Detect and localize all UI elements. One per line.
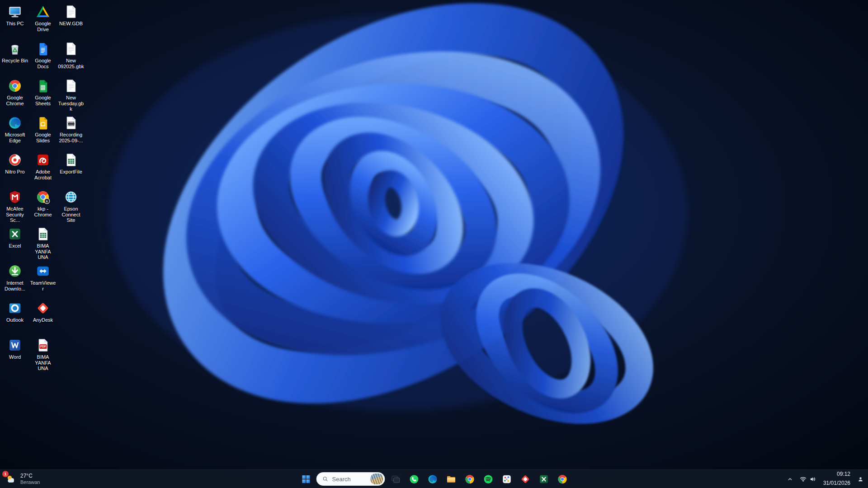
desktop-icon-label: TeamViewer	[29, 280, 57, 291]
desktop-icon-label: Google Sheets	[29, 95, 57, 106]
start-button[interactable]	[298, 471, 314, 487]
desktop-icon-label: AnyDesk	[33, 317, 53, 323]
taskbar-widgets-area: 1 27°C Berawan	[2, 470, 45, 488]
network-volume-button[interactable]	[797, 471, 819, 487]
desktop-icon-label: Internet Downlo...	[1, 280, 28, 291]
taskbar-button-whatsapp[interactable]	[406, 471, 422, 487]
weather-condition: Berawan	[20, 479, 40, 486]
desktop-icon[interactable]: Google Slides	[29, 114, 57, 151]
outlook-icon	[7, 300, 23, 316]
desktop-wallpaper	[0, 0, 868, 488]
search-highlight-image[interactable]	[371, 474, 383, 484]
desktop-icon[interactable]: New Tuesday.gbk	[57, 77, 85, 114]
desktop-icon-label: Word	[9, 354, 21, 360]
desktop-icon[interactable]: Google Sheets	[29, 77, 57, 114]
taskbar-button-paint[interactable]	[499, 471, 515, 487]
desktop-icon-label: Epson Connect Site	[57, 206, 85, 223]
task-view-icon	[390, 474, 401, 485]
desktop-icon[interactable]: TeamViewer	[29, 262, 57, 299]
this-pc-icon	[7, 4, 23, 19]
desktop-icon-label: Excel	[9, 243, 21, 249]
recycle-bin-icon	[7, 41, 23, 56]
desktop-icon[interactable]: NEW.GDB	[57, 3, 85, 40]
taskbar-button-anydesk[interactable]	[517, 471, 533, 487]
search-icon	[322, 475, 329, 483]
desktop-icon[interactable]: Google Docs	[29, 40, 57, 77]
taskbar-button-chrome[interactable]	[462, 471, 478, 487]
recording-file-icon	[63, 115, 79, 131]
notification-people-button[interactable]	[855, 471, 866, 487]
chrome-icon	[464, 474, 475, 485]
taskbar-button-file-explorer[interactable]	[443, 471, 459, 487]
desktop-icon[interactable]: Outlook	[1, 299, 29, 336]
teamviewer-icon	[35, 263, 51, 279]
desktop-icon[interactable]: Microsoft Edge	[1, 114, 29, 151]
tray-time: 09:12	[837, 471, 850, 478]
desktop-icon[interactable]: Epson Connect Site	[57, 188, 85, 225]
pdf-file-icon	[35, 338, 51, 353]
google-docs-icon	[35, 41, 51, 56]
desktop-icon[interactable]: Recycle Bin	[1, 40, 29, 77]
desktop-icon-label: Google Slides	[29, 132, 57, 143]
desktop-icon-label: Outlook	[6, 317, 24, 323]
word-icon	[7, 338, 23, 353]
excel-icon	[7, 226, 23, 242]
whatsapp-icon	[408, 474, 420, 485]
anydesk-icon	[35, 300, 51, 316]
desktop-icon-label: Google Docs	[29, 58, 57, 69]
desktop-icon[interactable]: Google Drive	[29, 3, 57, 40]
taskbar-button-chrome[interactable]	[554, 471, 571, 487]
taskbar-button-task-view[interactable]	[387, 471, 404, 487]
taskbar-pinned-apps	[387, 471, 571, 487]
notification-badge: 1	[2, 471, 9, 477]
desktop-icon[interactable]: Google Chrome	[1, 77, 29, 114]
search-placeholder: Search	[332, 476, 368, 483]
nitro-icon	[7, 152, 23, 168]
desktop-icon[interactable]: BIMA YANFA UNA	[29, 336, 57, 373]
desktop-icon-label: Google Drive	[29, 21, 57, 32]
chevron-up-icon	[786, 475, 794, 483]
weather-temperature: 27°C	[20, 473, 33, 479]
google-drive-icon	[35, 4, 51, 19]
taskbar-center: Search	[298, 470, 571, 488]
desktop-icon[interactable]: AnyDesk	[29, 299, 57, 336]
search-box[interactable]: Search	[316, 472, 385, 486]
desktop-icon[interactable]: McAfee Security Sc...	[1, 188, 29, 225]
desktop-icon[interactable]: kkp - Chrome	[29, 188, 57, 225]
desktop-icon[interactable]: Excel	[1, 225, 29, 262]
paint-icon	[501, 474, 512, 485]
generic-file-icon	[63, 4, 79, 19]
desktop-icon-label: McAfee Security Sc...	[1, 206, 28, 223]
desktop-icon-label: Adobe Acrobat	[29, 169, 57, 180]
weather-icon: 1	[5, 474, 17, 485]
desktop-icon[interactable]: Word	[1, 336, 29, 373]
desktop-icon[interactable]: This PC	[1, 3, 29, 40]
excel-icon	[538, 474, 549, 485]
desktop-icon[interactable]: Nitro Pro	[1, 151, 29, 188]
desktop-icon-label: Recording 2025-09-...	[57, 132, 85, 143]
taskbar-button-edge[interactable]	[425, 471, 441, 487]
taskbar-button-excel[interactable]	[536, 471, 552, 487]
desktop-icon[interactable]: Internet Downlo...	[1, 262, 29, 299]
epson-icon	[63, 189, 79, 205]
mcafee-icon	[7, 189, 23, 205]
desktop-icon[interactable]: BIMA YANFA UNA	[29, 225, 57, 262]
desktop-icon-label: ExportFile	[60, 169, 82, 175]
desktop-icon-grid: This PC Recycle Bin Google Chrome Micros…	[1, 3, 85, 373]
tray-overflow-button[interactable]	[784, 471, 796, 487]
desktop-icon-label: This PC	[6, 21, 24, 27]
person-icon	[857, 476, 864, 483]
desktop-icon[interactable]: New 092025.gbk	[57, 40, 85, 77]
edge-icon	[7, 115, 23, 131]
generic-file-icon	[63, 41, 79, 56]
desktop-icon-label: New Tuesday.gbk	[57, 95, 85, 112]
desktop-icon[interactable]: Adobe Acrobat	[29, 151, 57, 188]
weather-widget[interactable]: 1 27°C Berawan	[2, 471, 45, 487]
clock-button[interactable]: 09:12 31/01/2026	[820, 471, 854, 487]
taskbar: 1 27°C Berawan Search	[0, 469, 868, 488]
edge-icon	[427, 474, 438, 485]
desktop-icon[interactable]: Recording 2025-09-...	[57, 114, 85, 151]
file-explorer-icon	[445, 474, 457, 485]
desktop-icon[interactable]: ExportFile	[57, 151, 85, 188]
taskbar-button-spotify[interactable]	[480, 471, 496, 487]
